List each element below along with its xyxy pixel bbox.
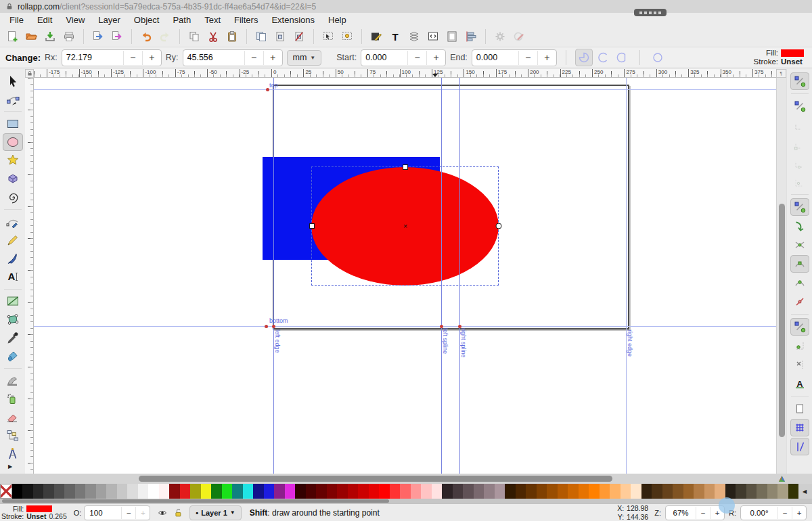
clone-button[interactable]: [271, 28, 289, 45]
palette-swatch[interactable]: [568, 484, 579, 499]
snap-cusp-nodes-button[interactable]: [790, 255, 809, 273]
palette-swatch[interactable]: [264, 484, 275, 499]
layer-lock-icon[interactable]: [173, 507, 183, 518]
palette-swatch[interactable]: [673, 484, 683, 499]
toolbox-expander-arrow[interactable]: ▶: [0, 463, 12, 470]
save-document-button[interactable]: [41, 28, 59, 45]
snap-bbox-button[interactable]: [790, 97, 809, 115]
palette-swatch[interactable]: [757, 484, 767, 499]
color-management-icon[interactable]: [777, 474, 786, 483]
ellipse-arc-mode[interactable]: [594, 49, 612, 66]
palette-swatch[interactable]: [243, 484, 254, 499]
palette-swatch[interactable]: [432, 484, 443, 499]
palette-swatch-none[interactable]: [0, 484, 12, 499]
palette-swatch[interactable]: [463, 484, 474, 499]
palette-swatch[interactable]: [631, 484, 641, 499]
palette-swatch[interactable]: [662, 484, 673, 499]
gradient-tool[interactable]: [3, 293, 23, 310]
palette-swatch[interactable]: [641, 484, 652, 499]
snap-bbox-edge-midpoints-button[interactable]: [790, 154, 809, 172]
palette-swatch[interactable]: [453, 484, 464, 499]
status-fill-swatch[interactable]: [26, 505, 52, 512]
vertical-scrollbar-thumb[interactable]: [779, 204, 785, 437]
palette-swatch[interactable]: [505, 484, 516, 499]
box3d-tool[interactable]: [3, 171, 23, 187]
cut-button[interactable]: [204, 28, 222, 45]
rx-plus-button[interactable]: +: [142, 51, 161, 65]
vertical-scrollbar[interactable]: [776, 78, 786, 474]
palette-swatch[interactable]: [148, 484, 159, 499]
snap-nodes-button[interactable]: [790, 198, 809, 216]
guide-top[interactable]: [34, 89, 776, 90]
palette-swatch[interactable]: [474, 484, 484, 499]
guide-right-edge[interactable]: [626, 78, 627, 474]
palette-swatch[interactable]: [484, 484, 495, 499]
palette-scroll-arrow[interactable]: ◀: [798, 484, 811, 499]
menu-text[interactable]: Text: [198, 14, 227, 26]
palette-swatch[interactable]: [400, 484, 411, 499]
palette-swatch[interactable]: [138, 484, 149, 499]
snap-guides-button[interactable]: [790, 438, 809, 455]
current-layer-button[interactable]: •Layer 1 ▼: [189, 505, 241, 520]
align-dialog-button[interactable]: [462, 28, 480, 45]
tweak-tool[interactable]: [3, 372, 23, 389]
palette-swatch[interactable]: [442, 484, 453, 499]
palette-swatch[interactable]: [337, 484, 348, 499]
ellipse-chord-mode[interactable]: [613, 49, 631, 66]
palette-swatch[interactable]: [327, 484, 338, 499]
snap-smooth-nodes-button[interactable]: [790, 274, 809, 292]
guide-left-edge[interactable]: [273, 78, 274, 474]
palette-swatch[interactable]: [526, 484, 537, 499]
dropper-tool[interactable]: [3, 330, 23, 346]
palette-swatch[interactable]: [652, 484, 662, 499]
document-properties-button[interactable]: [443, 28, 461, 45]
ellipse-top-handle[interactable]: [403, 164, 408, 170]
calligraphy-tool[interactable]: [3, 250, 23, 267]
horizontal-scrollbar-thumb[interactable]: [139, 476, 612, 482]
palette-swatch[interactable]: [348, 484, 359, 499]
ellipse-tool[interactable]: [3, 133, 23, 150]
snap-bbox-centers-button[interactable]: [790, 173, 809, 191]
snap-bbox-corners-button[interactable]: [790, 135, 809, 153]
palette-swatch[interactable]: [12, 484, 23, 499]
palette-swatch[interactable]: [106, 484, 117, 499]
ry-minus-button[interactable]: −: [244, 51, 263, 65]
opacity-minus-button[interactable]: −: [121, 507, 135, 519]
paint-bucket-tool[interactable]: [3, 348, 23, 365]
palette-swatch[interactable]: [495, 484, 505, 499]
palette-swatch[interactable]: [222, 484, 233, 499]
menu-path[interactable]: Path: [166, 14, 198, 26]
rx-input[interactable]: [62, 53, 123, 62]
palette-swatch[interactable]: [64, 484, 75, 499]
palette-swatch[interactable]: [547, 484, 558, 499]
snap-grids-button[interactable]: [790, 419, 809, 436]
palette-swatch[interactable]: [777, 484, 788, 499]
print-button[interactable]: [60, 28, 78, 45]
palette-swatch[interactable]: [358, 484, 369, 499]
zoom-selection-button[interactable]: [319, 28, 337, 45]
preferences-button[interactable]: [491, 28, 509, 45]
palette-swatch[interactable]: [788, 484, 799, 499]
palette-swatch[interactable]: [211, 484, 222, 499]
xml-editor-button[interactable]: [424, 28, 442, 45]
snap-object-centers-button[interactable]: [790, 337, 809, 355]
ry-input[interactable]: [183, 53, 244, 62]
menu-help[interactable]: Help: [321, 14, 353, 26]
snap-paths-button[interactable]: [790, 217, 809, 235]
palette-swatch[interactable]: [589, 484, 600, 499]
menu-file[interactable]: File: [3, 14, 30, 26]
make-whole-button[interactable]: [649, 49, 667, 66]
start-input[interactable]: [361, 53, 407, 62]
zoom-minus-button[interactable]: −: [696, 507, 710, 519]
ellipse-arc-handle[interactable]: [496, 223, 502, 229]
palette-swatch[interactable]: [33, 484, 44, 499]
palette-swatch[interactable]: [694, 484, 704, 499]
vertical-ruler[interactable]: [25, 78, 34, 474]
ry-plus-button[interactable]: +: [263, 51, 282, 65]
unit-dropdown[interactable]: mm ▼: [287, 50, 322, 66]
opacity-plus-button[interactable]: +: [135, 507, 150, 519]
rect-tool[interactable]: [3, 115, 23, 132]
palette-swatch[interactable]: [85, 484, 96, 499]
rotation-minus-button[interactable]: −: [777, 507, 792, 519]
rx-minus-button[interactable]: −: [123, 51, 142, 65]
